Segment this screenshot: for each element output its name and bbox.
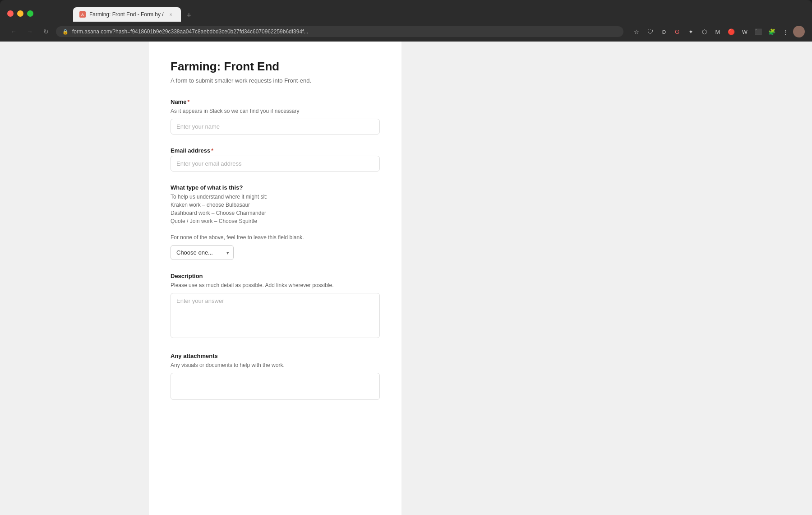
google-icon[interactable]: G bbox=[671, 26, 683, 37]
extension3-icon[interactable]: M bbox=[712, 26, 724, 37]
type-hint: To help us understand where it might sit… bbox=[171, 193, 380, 241]
type-select-wrapper: Choose one... Bulbasaur Charmander Squir… bbox=[171, 245, 234, 260]
new-tab-button[interactable]: + bbox=[183, 9, 195, 22]
name-label: Name * bbox=[171, 98, 380, 105]
window-controls bbox=[7, 10, 33, 17]
back-button[interactable]: ← bbox=[7, 25, 20, 38]
form-wrapper: Farming: Front End A form to submit smal… bbox=[149, 42, 401, 515]
shield-icon[interactable]: 🛡 bbox=[644, 26, 656, 37]
extension5-icon[interactable]: W bbox=[739, 26, 751, 37]
form-subtitle: A form to submit smaller work requests i… bbox=[171, 77, 380, 84]
right-panel bbox=[401, 42, 812, 515]
tab-title: Farming: Front End - Form by / bbox=[89, 11, 164, 18]
url-text: form.asana.com/?hash=f9418601b9e29c338aa… bbox=[72, 28, 617, 35]
name-required-star: * bbox=[187, 99, 189, 105]
attachments-hint: Any visuals or documents to help with th… bbox=[171, 361, 380, 369]
attachments-label: Any attachments bbox=[171, 353, 380, 359]
refresh-button[interactable]: ↻ bbox=[40, 25, 52, 38]
address-bar[interactable]: 🔒 form.asana.com/?hash=f9418601b9e29c338… bbox=[56, 26, 623, 37]
type-select[interactable]: Choose one... Bulbasaur Charmander Squir… bbox=[171, 245, 234, 260]
extension2-icon[interactable]: ⬡ bbox=[698, 26, 710, 37]
close-window-button[interactable] bbox=[7, 10, 14, 17]
camera-icon[interactable]: ⊙ bbox=[658, 26, 669, 37]
form-title: Farming: Front End bbox=[171, 60, 380, 74]
extension1-icon[interactable]: ✦ bbox=[685, 26, 697, 37]
left-panel bbox=[0, 42, 149, 515]
attachment-box[interactable] bbox=[171, 373, 380, 400]
minimize-window-button[interactable] bbox=[17, 10, 23, 17]
description-input[interactable] bbox=[171, 293, 380, 338]
name-field: Name * As it appears in Slack so we can … bbox=[171, 98, 380, 135]
tab-favicon: A bbox=[79, 11, 86, 18]
browser-chrome: A Farming: Front End - Form by / × + ← →… bbox=[0, 0, 812, 42]
email-label: Email address * bbox=[171, 147, 380, 154]
lock-icon: 🔒 bbox=[62, 29, 69, 35]
title-bar: A Farming: Front End - Form by / × + bbox=[0, 0, 812, 22]
user-avatar[interactable] bbox=[793, 26, 805, 37]
extension4-icon[interactable]: 🔴 bbox=[725, 26, 737, 37]
forward-button[interactable]: → bbox=[23, 25, 36, 38]
address-bar-actions: ☆ 🛡 ⊙ G ✦ ⬡ M 🔴 W ⬛ 🧩 ⋮ bbox=[631, 26, 805, 37]
attachments-field: Any attachments Any visuals or documents… bbox=[171, 353, 380, 400]
name-hint: As it appears in Slack so we can find yo… bbox=[171, 107, 380, 115]
tab-close-button[interactable]: × bbox=[167, 11, 175, 18]
browser-content: Farming: Front End A form to submit smal… bbox=[0, 42, 812, 515]
tabs-bar: A Farming: Front End - Form by / × + bbox=[37, 7, 195, 22]
extensions-icon[interactable]: 🧩 bbox=[766, 26, 778, 37]
bookmark-icon[interactable]: ☆ bbox=[631, 26, 642, 37]
email-field: Email address * bbox=[171, 147, 380, 172]
maximize-window-button[interactable] bbox=[27, 10, 33, 17]
description-field: Description Please use as much detail as… bbox=[171, 273, 380, 340]
email-required-star: * bbox=[211, 148, 213, 154]
type-field: What type of what is this? To help us un… bbox=[171, 184, 380, 260]
extension6-icon[interactable]: ⬛ bbox=[752, 26, 764, 37]
description-hint: Please use as much detail as possible. A… bbox=[171, 281, 380, 289]
name-input[interactable] bbox=[171, 119, 380, 135]
active-tab[interactable]: A Farming: Front End - Form by / × bbox=[73, 7, 181, 22]
address-bar-row: ← → ↻ 🔒 form.asana.com/?hash=f9418601b9e… bbox=[0, 22, 812, 42]
type-label: What type of what is this? bbox=[171, 184, 380, 191]
description-label: Description bbox=[171, 273, 380, 279]
email-input[interactable] bbox=[171, 156, 380, 172]
menu-icon[interactable]: ⋮ bbox=[780, 26, 791, 37]
